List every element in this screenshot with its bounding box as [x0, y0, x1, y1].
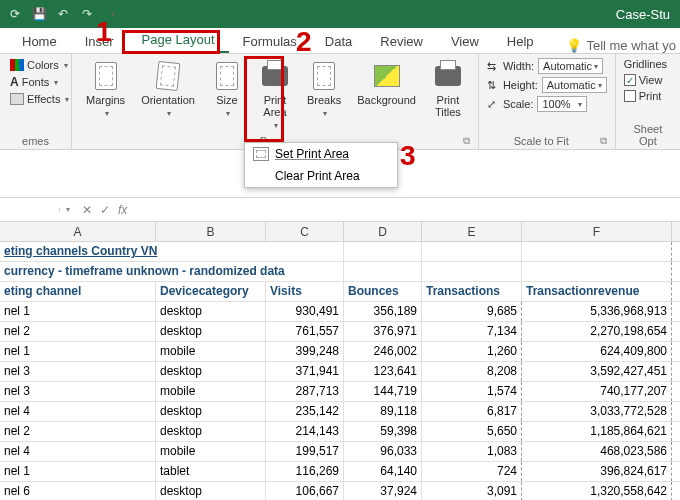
tab-formulas[interactable]: Formulas: [229, 29, 311, 53]
cell-revenue[interactable]: 3,033,772,528: [522, 402, 672, 421]
tab-review[interactable]: Review: [366, 29, 437, 53]
cell-transactions[interactable]: 1,574: [422, 382, 522, 401]
cell-device[interactable]: mobile: [156, 342, 266, 361]
fonts-button[interactable]: AFonts▾: [8, 74, 71, 90]
cell-device[interactable]: desktop: [156, 422, 266, 441]
cell-device[interactable]: desktop: [156, 362, 266, 381]
scale-spinner[interactable]: 100%▾: [537, 96, 587, 112]
col-header[interactable]: F: [522, 222, 672, 241]
tab-view[interactable]: View: [437, 29, 493, 53]
enter-icon[interactable]: ✓: [100, 203, 110, 217]
name-box[interactable]: [0, 208, 60, 212]
print-titles-button[interactable]: Print Titles: [426, 58, 470, 120]
colors-button[interactable]: Colors▾: [8, 58, 71, 72]
cell-visits[interactable]: 106,667: [266, 482, 344, 500]
tab-page-layout[interactable]: Page Layout: [128, 27, 229, 53]
cell-transactions[interactable]: 8,208: [422, 362, 522, 381]
col-header[interactable]: C: [266, 222, 344, 241]
breaks-button[interactable]: Breaks▾: [301, 58, 347, 121]
print-area-button[interactable]: Print Area▾: [253, 58, 297, 133]
col-header[interactable]: B: [156, 222, 266, 241]
cell-channel[interactable]: nel 2: [0, 322, 156, 341]
tab-help[interactable]: Help: [493, 29, 548, 53]
cell-transactions[interactable]: 9,685: [422, 302, 522, 321]
cell-revenue[interactable]: 624,409,800: [522, 342, 672, 361]
col-header[interactable]: D: [344, 222, 422, 241]
sheet-title[interactable]: eting channels Country VN: [0, 242, 344, 261]
tab-home[interactable]: Home: [8, 29, 71, 53]
cell-revenue[interactable]: 3,592,427,451: [522, 362, 672, 381]
cell-bounces[interactable]: 144,719: [344, 382, 422, 401]
cell-channel[interactable]: nel 3: [0, 382, 156, 401]
tab-data[interactable]: Data: [311, 29, 366, 53]
cell-bounces[interactable]: 89,118: [344, 402, 422, 421]
cell-device[interactable]: tablet: [156, 462, 266, 481]
cell-visits[interactable]: 399,248: [266, 342, 344, 361]
cell-visits[interactable]: 199,517: [266, 442, 344, 461]
autosave-icon[interactable]: ⟳: [6, 5, 24, 23]
col-heading[interactable]: Transactions: [422, 282, 522, 301]
cell-revenue[interactable]: 2,270,198,654: [522, 322, 672, 341]
tell-me-search[interactable]: 💡 Tell me what yo: [566, 38, 680, 53]
background-button[interactable]: Background: [351, 58, 422, 108]
scale-launcher-icon[interactable]: ⧉: [600, 135, 607, 147]
cell-channel[interactable]: nel 4: [0, 442, 156, 461]
cell-transactions[interactable]: 3,091: [422, 482, 522, 500]
cell-visits[interactable]: 214,143: [266, 422, 344, 441]
cell-revenue[interactable]: 5,336,968,913: [522, 302, 672, 321]
cell-bounces[interactable]: 37,924: [344, 482, 422, 500]
save-icon[interactable]: 💾: [30, 5, 48, 23]
gridlines-view-checkbox[interactable]: ✓View: [624, 74, 667, 86]
undo-icon[interactable]: ↶: [54, 5, 72, 23]
cell-channel[interactable]: nel 3: [0, 362, 156, 381]
cell-channel[interactable]: nel 6: [0, 482, 156, 500]
cell-channel[interactable]: nel 1: [0, 302, 156, 321]
col-header[interactable]: A: [0, 222, 156, 241]
col-heading[interactable]: Devicecategory: [156, 282, 266, 301]
cell-revenue[interactable]: 1,185,864,621: [522, 422, 672, 441]
name-box-dropdown-icon[interactable]: ▾: [62, 205, 74, 214]
cell-device[interactable]: mobile: [156, 382, 266, 401]
col-heading[interactable]: eting channel: [0, 282, 156, 301]
width-combo[interactable]: Automatic▾: [538, 58, 603, 74]
cell-visits[interactable]: 235,142: [266, 402, 344, 421]
height-combo[interactable]: Automatic▾: [542, 77, 607, 93]
sheet-subtitle[interactable]: currency - timeframe unknown - randomize…: [0, 262, 344, 281]
cell-revenue[interactable]: 468,023,586: [522, 442, 672, 461]
cell-bounces[interactable]: 96,033: [344, 442, 422, 461]
cell-visits[interactable]: 116,269: [266, 462, 344, 481]
effects-button[interactable]: Effects▾: [8, 92, 71, 106]
cell-transactions[interactable]: 724: [422, 462, 522, 481]
cell-device[interactable]: desktop: [156, 482, 266, 500]
cell-channel[interactable]: nel 4: [0, 402, 156, 421]
col-heading[interactable]: Bounces: [344, 282, 422, 301]
cell-visits[interactable]: 761,557: [266, 322, 344, 341]
gridlines-print-checkbox[interactable]: Print: [624, 90, 667, 102]
cell-visits[interactable]: 371,941: [266, 362, 344, 381]
menu-clear-print-area[interactable]: Clear Print Area: [245, 165, 397, 187]
cell-device[interactable]: desktop: [156, 302, 266, 321]
fx-icon[interactable]: fx: [118, 203, 127, 217]
cell-transactions[interactable]: 1,260: [422, 342, 522, 361]
cell-revenue[interactable]: 1,320,558,642: [522, 482, 672, 500]
cell-transactions[interactable]: 1,083: [422, 442, 522, 461]
page-setup-launcher-icon[interactable]: ⧉: [463, 135, 470, 147]
cell-bounces[interactable]: 123,641: [344, 362, 422, 381]
col-heading[interactable]: Transactionrevenue: [522, 282, 672, 301]
cell-device[interactable]: desktop: [156, 402, 266, 421]
cell-revenue[interactable]: 396,824,617: [522, 462, 672, 481]
cell-channel[interactable]: nel 1: [0, 342, 156, 361]
cell-visits[interactable]: 930,491: [266, 302, 344, 321]
tab-insert[interactable]: Inser: [71, 29, 128, 53]
cell-transactions[interactable]: 7,134: [422, 322, 522, 341]
cell-channel[interactable]: nel 2: [0, 422, 156, 441]
redo-icon[interactable]: ↷: [78, 5, 96, 23]
cell-transactions[interactable]: 5,650: [422, 422, 522, 441]
qat-dropdown-icon[interactable]: ▾: [104, 5, 122, 23]
cell-bounces[interactable]: 59,398: [344, 422, 422, 441]
cell-channel[interactable]: nel 1: [0, 462, 156, 481]
col-header[interactable]: E: [422, 222, 522, 241]
orientation-button[interactable]: Orientation▾: [135, 58, 201, 121]
cell-transactions[interactable]: 6,817: [422, 402, 522, 421]
menu-set-print-area[interactable]: Set Print Area: [245, 143, 397, 165]
